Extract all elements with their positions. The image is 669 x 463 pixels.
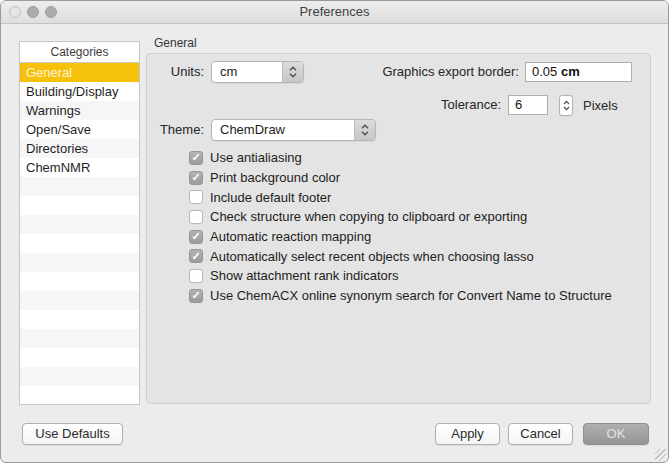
graphics-export-border-value: 0.05 [532, 64, 557, 79]
window-title: Preferences [1, 1, 668, 23]
cancel-button[interactable]: Cancel [508, 423, 573, 445]
sidebar-item-general[interactable]: General [20, 63, 139, 82]
apply-button[interactable]: Apply [435, 423, 500, 445]
checkbox-label: Show attachment rank indicators [210, 268, 399, 283]
sidebar-item-chemnmr[interactable]: ChemNMR [20, 158, 139, 177]
checkbox[interactable]: ✓ [189, 190, 203, 204]
stepper-chevrons-icon [563, 100, 570, 111]
theme-label: Theme: [156, 119, 204, 141]
checkbox-label: Include default footer [210, 190, 331, 205]
categories-sidebar: Categories General Building/Display Warn… [19, 41, 140, 405]
checkbox[interactable]: ✓ [189, 151, 203, 165]
sidebar-item-directories[interactable]: Directories [20, 139, 139, 158]
checkbox[interactable]: ✓ [189, 249, 203, 263]
tolerance-input[interactable]: 6 [508, 95, 548, 115]
checkbox-label: Use ChemACX online synonym search for Co… [210, 288, 612, 303]
use-defaults-button[interactable]: Use Defaults [22, 423, 123, 445]
updown-chevrons-icon [282, 62, 303, 82]
checkbox[interactable]: ✓ [189, 269, 203, 283]
checkbox-label: Automatically select recent objects when… [210, 249, 534, 264]
checkbox-group: ✓ Use antialiasing ✓ Print background co… [189, 148, 612, 306]
graphics-export-border-input[interactable]: 0.05 cm [525, 62, 632, 82]
ok-button[interactable]: OK [583, 423, 649, 445]
units-label: Units: [151, 61, 204, 83]
checkmark-icon: ✓ [191, 251, 200, 262]
resize-grip[interactable] [655, 449, 667, 461]
checkbox[interactable]: ✓ [189, 230, 203, 244]
checkbox-label: Automatic reaction mapping [210, 229, 371, 244]
checkbox-label: Use antialiasing [210, 150, 302, 165]
tolerance-value: 6 [515, 97, 522, 112]
updown-chevrons-icon [354, 120, 375, 140]
group-label: General [154, 36, 197, 50]
checkbox-row-include-default-footer[interactable]: ✓ Include default footer [189, 187, 612, 207]
checkmark-icon: ✓ [191, 172, 200, 183]
graphics-export-border-label: Graphics export border: [301, 62, 519, 82]
categories-header: Categories [20, 42, 139, 63]
preferences-window: Preferences Categories General Building/… [0, 0, 669, 463]
checkbox[interactable]: ✓ [189, 289, 203, 303]
checkmark-icon: ✓ [191, 290, 200, 301]
sidebar-item-open-save[interactable]: Open/Save [20, 120, 139, 139]
categories-list: General Building/Display Warnings Open/S… [20, 63, 139, 404]
checkbox-row-check-structure[interactable]: ✓ Check structure when copying to clipbo… [189, 207, 612, 227]
checkbox[interactable]: ✓ [189, 171, 203, 185]
theme-dropdown[interactable]: ChemDraw [211, 119, 376, 141]
checkbox[interactable]: ✓ [189, 210, 203, 224]
checkmark-icon: ✓ [191, 231, 200, 242]
titlebar: Preferences [1, 1, 668, 24]
checkbox-row-use-antialiasing[interactable]: ✓ Use antialiasing [189, 148, 612, 168]
checkmark-icon: ✓ [191, 152, 200, 163]
checkbox-row-show-attachment-rank[interactable]: ✓ Show attachment rank indicators [189, 266, 612, 286]
checkbox-label: Check structure when copying to clipboar… [210, 209, 527, 224]
tolerance-label: Tolerance: [381, 95, 501, 115]
tolerance-units-label: Pixels [583, 95, 618, 116]
tolerance-stepper[interactable] [559, 95, 573, 116]
checkbox-row-auto-select-recent-objects[interactable]: ✓ Automatically select recent objects wh… [189, 246, 612, 266]
units-dropdown[interactable]: cm [211, 61, 304, 83]
theme-value: ChemDraw [220, 120, 285, 140]
checkbox-row-print-background-color[interactable]: ✓ Print background color [189, 168, 612, 188]
units-value: cm [220, 62, 237, 82]
graphics-export-border-unit: cm [561, 64, 580, 79]
checkbox-label: Print background color [210, 170, 340, 185]
sidebar-item-warnings[interactable]: Warnings [20, 101, 139, 120]
checkbox-row-automatic-reaction-mapping[interactable]: ✓ Automatic reaction mapping [189, 227, 612, 247]
checkbox-row-chemacx-synonym-search[interactable]: ✓ Use ChemACX online synonym search for … [189, 286, 612, 306]
sidebar-item-building-display[interactable]: Building/Display [20, 82, 139, 101]
